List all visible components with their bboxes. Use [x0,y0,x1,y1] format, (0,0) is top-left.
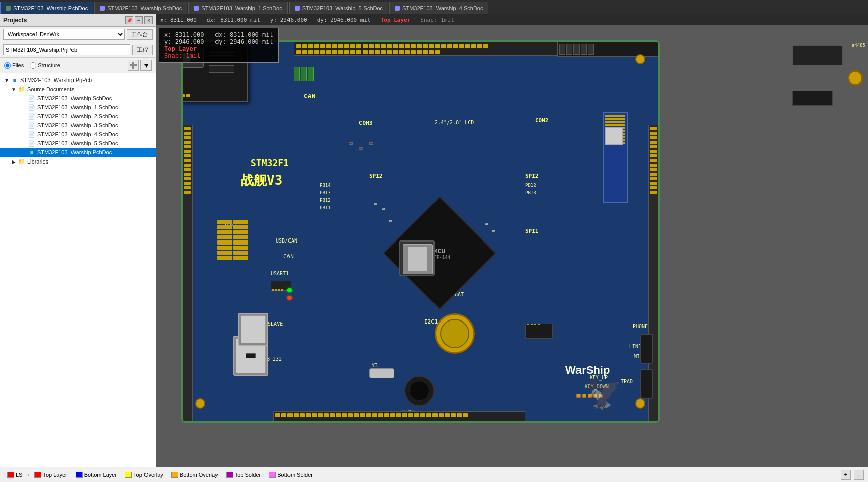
layer-info: Top Layer [381,17,411,23]
tree-item-root[interactable]: ▼ ■ STM32F103_Warship.PrjPcb [0,75,156,85]
tab-schdoc3[interactable]: STM32F103_Warship_5.SchDoc [289,2,388,14]
status-bar: LS ▪ Top Layer Bottom Layer Top Overlay … [0,467,868,482]
resistor-3 [369,142,373,145]
tab-icon-schdoc2 [194,6,199,11]
radio-row: Files Structure ▾ [0,58,156,73]
right-gray-area: a4485 [787,40,868,423]
resistor-2 [359,147,363,150]
audio-jack-linein [640,369,653,399]
zoom-out-btn[interactable]: - [854,470,864,480]
tree-item-pcbdoc[interactable]: ▶ ■ STM32F103_Warship.PcbDoc [0,148,156,157]
tree-item-libraries[interactable]: ▶ 📁 Libraries [0,157,156,166]
sidebar-header: Projects 📌 − × [0,14,156,27]
workspace-select[interactable]: Workspace1.DsnWrk [3,29,125,40]
coord-x: x: 8311.000 [160,17,197,23]
radio-icons: ▾ [128,60,152,71]
radio-files[interactable]: Files [4,62,24,69]
mounting-hole-br [635,398,645,409]
chip-pb-labels: PB14 [320,183,331,188]
tab-schdoc2[interactable]: STM32F103_Warship_1.SchDoc [188,2,287,14]
project-button[interactable]: 工程 [132,45,153,55]
layer-top-overlay[interactable]: Top Overlay [122,471,166,479]
sidebar: Projects 📌 − × Workspace1.DsnWrk 工作台 工程 … [0,14,156,467]
svg-rect-1 [130,64,137,66]
pcb-icon: ■ [28,149,35,156]
doc-icon-1: 📄 [28,104,35,111]
battery-holder [435,313,475,354]
pcb-canvas[interactable]: x: 8311.000 dx: 8311.000 mil y: 2946.000… [156,25,868,467]
tab-pcbdoc[interactable]: STM32F103_Warship.PcbDoc [0,2,93,14]
zoom-in-btn[interactable]: + [841,470,851,480]
mounting-hole-bl [195,398,205,409]
tree-item-schdoc-3[interactable]: ▶ 📄 STM32F103_Warship_3.SchDoc [0,121,156,130]
cap-c15 [485,223,488,225]
sidebar-close-btn[interactable]: × [144,16,153,24]
cap-c16 [492,230,495,232]
pb12-right: PB12 [525,183,536,188]
bird-watermark: 🦅 [585,375,623,411]
crystal-label: Y3 [372,363,378,368]
buzzer [404,376,435,406]
tree-item-source-docs[interactable]: ▼ 📁 Source Documents [0,85,156,94]
project-input[interactable] [3,44,130,55]
doc-icon-2: 📄 [28,113,35,120]
tab-schdoc4[interactable]: STM32F103_Warship_4.SchDoc [389,2,488,14]
cap-c13 [382,208,385,210]
workspace-button[interactable]: 工作台 [127,29,153,40]
green-terminal-1 [294,67,334,82]
sidebar-minimize-btn[interactable]: − [135,16,143,24]
tree-container[interactable]: ▼ ■ STM32F103_Warship.PrjPcb ▼ 📁 Source … [0,73,156,467]
layer-color-bottom-overlay [171,472,178,478]
tree-item-schdoc-4[interactable]: ▶ 📄 STM32F103_Warship_4.SchDoc [0,130,156,139]
can-small-label: CAN [283,253,294,260]
tree-item-schdoc-1[interactable]: ▶ 📄 STM32F103_Warship_1.SchDoc [0,103,156,112]
tree-item-schdoc-2[interactable]: ▶ 📄 STM32F103_Warship_2.SchDoc [0,112,156,121]
white-chip [605,127,623,145]
chip-pb-labels-3: PB12 [320,198,331,203]
tree-item-schdoc-0[interactable]: ▶ 📄 STM32F103_Warship.SchDoc [0,94,156,103]
led-d2 [287,296,292,300]
cap-c14 [389,220,392,222]
layer-top[interactable]: Top Layer [31,471,70,479]
layer-bottom-overlay[interactable]: Bottom Overlay [168,471,221,479]
pcb-area: x: 8311.000 dx: 8311.000 mil y: 2946.000… [156,14,868,467]
layer-bottom[interactable]: Bottom Layer [73,471,120,479]
doc-icon-3: 📄 [28,122,35,129]
layer-color-top-solder [226,472,233,478]
spi1-label: SPI1 [525,228,539,234]
spi2-label-right: SPI2 [525,173,539,179]
sidebar-pin-btn[interactable]: 📌 [125,16,133,24]
pcb-board[interactable]: U4 // Will be done via inline divs below [181,40,660,423]
layer-top-solder[interactable]: Top Solder [223,471,264,479]
libraries-folder-icon: 📁 [18,158,25,165]
cap-c12 [374,203,377,205]
can-label: CAN [304,92,315,100]
coord-y: y: 2946.000 [270,17,307,23]
sidebar-controls: 📌 − × [125,16,153,24]
right-chip-1 [792,45,843,65]
settings-icon-btn[interactable]: ▾ [140,60,152,71]
layer-color-bottom [76,472,83,478]
tab-icon-schdoc1 [100,6,105,11]
layer-bottom-solder[interactable]: Bottom Solder [266,471,316,479]
doc-icon-5: 📄 [28,140,35,147]
mounting-hole-tr [635,54,645,64]
tree-item-schdoc-5[interactable]: ▶ 📄 STM32F103_Warship_5.SchDoc [0,139,156,148]
chip-pb-labels-2: PB13 [320,190,331,195]
project-row: 工程 [0,42,156,58]
com2-label: COM2 [535,117,549,124]
radio-structure[interactable]: Structure [30,62,60,69]
add-icon-btn[interactable] [128,60,139,71]
status-right: + - [841,470,864,480]
bottom-pin-bar [273,411,525,421]
layer-color-ls [7,472,14,478]
overlay-snap: Snap: 1mil [164,52,273,59]
layer-color-top-overlay [125,472,132,478]
tab-schdoc1[interactable]: STM32F103_Warship.SchDoc [94,2,187,14]
audio-jack-phone [640,334,653,364]
led-d3 [287,288,292,292]
com3-label: COM3 [359,120,373,126]
project-icon: ■ [11,76,18,84]
overlay-layer: Top Layer [164,45,273,52]
coord-dy: dy: 2946.000 mil [317,17,371,23]
